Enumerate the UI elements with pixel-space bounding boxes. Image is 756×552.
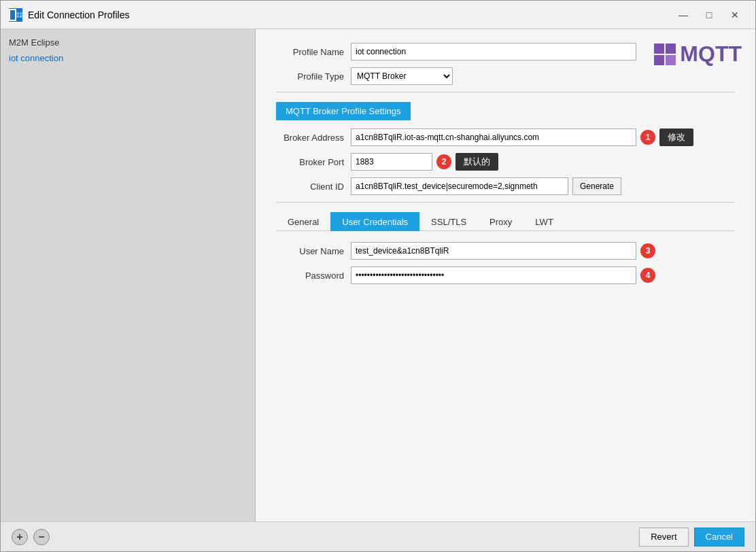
window-controls: — □ ✕ <box>671 6 747 24</box>
footer: + − Revert Cancel <box>1 521 755 551</box>
broker-address-input[interactable] <box>351 128 636 146</box>
username-label: User Name <box>276 246 351 256</box>
broker-settings-section: MQTT Broker Profile Settings <box>276 102 735 120</box>
annotation-badge-4: 4 <box>640 268 655 283</box>
tab-general[interactable]: General <box>276 212 330 231</box>
client-id-label: Client ID <box>276 182 351 192</box>
tab-user-credentials[interactable]: User Credentials <box>330 212 419 231</box>
svg-rect-2 <box>17 15 20 18</box>
broker-address-label: Broker Address <box>276 133 351 143</box>
maximize-button[interactable]: □ <box>697 6 721 24</box>
svg-rect-5 <box>666 44 676 54</box>
svg-rect-4 <box>654 44 664 54</box>
annotation-badge-2: 2 <box>436 154 451 169</box>
sidebar-item-m2m[interactable]: M2M Eclipse <box>1 35 255 50</box>
main-area: M2M Eclipse iot connection MQTT Profile … <box>1 29 755 521</box>
profile-name-label: Profile Name <box>276 47 351 57</box>
annotation-badge-1: 1 <box>640 130 655 145</box>
sidebar: M2M Eclipse iot connection <box>1 29 256 521</box>
tab-ssl-tls[interactable]: SSL/TLS <box>419 212 478 231</box>
svg-rect-3 <box>20 15 22 18</box>
client-id-input[interactable] <box>351 177 568 195</box>
divider-2 <box>276 202 735 203</box>
broker-settings-button[interactable]: MQTT Broker Profile Settings <box>276 102 411 120</box>
remove-profile-button[interactable]: − <box>33 529 50 545</box>
revert-button[interactable]: Revert <box>639 528 688 547</box>
titlebar: Edit Connection Profiles — □ ✕ <box>1 1 755 29</box>
content-area: MQTT Profile Name Profile Type MQTT Brok… <box>256 29 755 521</box>
footer-right: Revert Cancel <box>639 528 744 547</box>
username-row: User Name 3 <box>276 242 735 260</box>
profile-type-label: Profile Type <box>276 71 351 82</box>
svg-rect-1 <box>20 12 22 15</box>
add-profile-button[interactable]: + <box>12 529 28 545</box>
generate-button[interactable]: Generate <box>572 177 621 195</box>
password-row: Password 4 <box>276 266 735 284</box>
tabs-row: General User Credentials SSL/TLS Proxy L… <box>276 212 735 231</box>
password-input[interactable] <box>351 266 636 284</box>
annotation-badge-3: 3 <box>640 243 655 258</box>
profile-type-row: Profile Type MQTT Broker <box>276 67 735 85</box>
broker-address-row: Broker Address 1 修改 <box>276 128 735 146</box>
profile-name-input[interactable] <box>351 43 636 61</box>
profile-type-select[interactable]: MQTT Broker <box>351 67 453 85</box>
window-title: Edit Connection Profiles <box>28 10 671 20</box>
minimize-button[interactable]: — <box>671 6 695 24</box>
app-icon <box>9 8 22 22</box>
main-window: Edit Connection Profiles — □ ✕ M2M Eclip… <box>0 0 756 552</box>
ok-button[interactable]: Cancel <box>694 528 744 547</box>
footer-left: + − <box>12 529 50 545</box>
svg-rect-7 <box>666 55 676 65</box>
mqtt-logo: MQTT <box>653 41 742 67</box>
mqtt-logo-text: MQTT <box>680 41 742 67</box>
tab-lwt[interactable]: LWT <box>523 212 564 231</box>
credentials-panel: User Name 3 Password 4 <box>276 242 735 284</box>
client-id-row: Client ID Generate <box>276 177 735 195</box>
broker-port-row: Broker Port 2 默认的 <box>276 153 735 171</box>
broker-port-label: Broker Port <box>276 157 351 167</box>
tab-proxy[interactable]: Proxy <box>478 212 523 231</box>
tooltip-2: 默认的 <box>456 153 498 171</box>
divider-1 <box>276 92 735 92</box>
sidebar-item-iot[interactable]: iot connection <box>1 50 255 66</box>
password-label: Password <box>276 271 351 281</box>
broker-port-input[interactable] <box>351 153 432 171</box>
tooltip-1: 修改 <box>659 128 693 146</box>
close-button[interactable]: ✕ <box>723 6 747 24</box>
svg-rect-0 <box>17 12 20 15</box>
svg-rect-6 <box>654 55 664 65</box>
username-input[interactable] <box>351 242 636 260</box>
